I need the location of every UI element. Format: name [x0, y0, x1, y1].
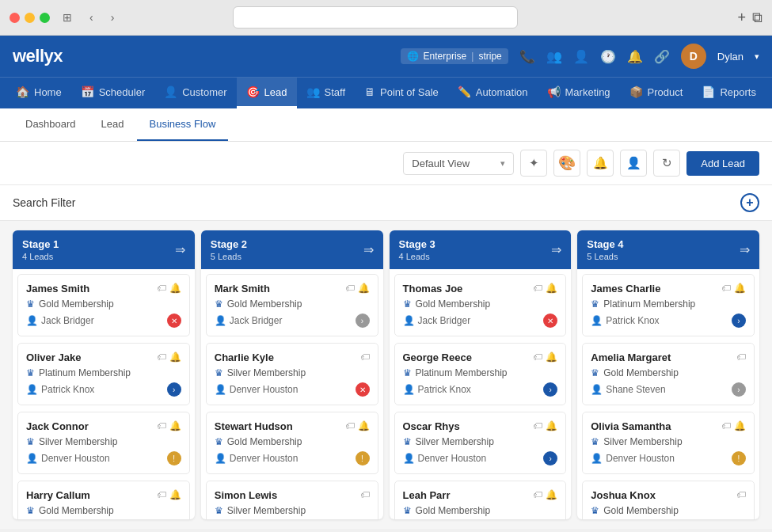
nav-reports[interactable]: 📄 Reports	[692, 78, 766, 108]
phone-icon[interactable]: 📞	[519, 48, 535, 64]
table-row[interactable]: Amelia Margaret🏷♛Gold Membership👤Shane S…	[582, 343, 755, 405]
nav-staff[interactable]: 👥 Staff	[297, 78, 356, 108]
status-dot[interactable]: ›	[543, 382, 557, 397]
table-row[interactable]: Joshua Knox🏷♛Gold Membership	[582, 481, 755, 519]
table-row[interactable]: Oscar Rhys🏷🔔♛Silver Membership👤Denver Ho…	[394, 412, 567, 474]
card-bell-icon[interactable]: 🔔	[546, 283, 557, 294]
sidebar-toggle-button[interactable]: ⊞	[58, 10, 77, 25]
user-filter-button[interactable]: 👤	[620, 150, 647, 177]
tag-icon[interactable]: 🏷	[533, 283, 542, 294]
user-chevron-icon[interactable]: ▾	[755, 51, 759, 62]
status-dot[interactable]: ›	[356, 314, 370, 328]
card-bell-icon[interactable]: 🔔	[169, 420, 181, 431]
status-dot[interactable]: ✕	[356, 382, 370, 397]
tag-icon[interactable]: 🏷	[157, 352, 166, 363]
avatar[interactable]: D	[681, 44, 706, 69]
table-row[interactable]: Harry Callum🏷🔔♛Gold Membership	[17, 481, 190, 519]
nav-pos[interactable]: 🖥 Point of Sale	[355, 78, 448, 108]
copy-button[interactable]: ⧉	[752, 10, 762, 26]
table-row[interactable]: Leah Parr🏷🔔♛Gold Membership	[394, 481, 567, 519]
profile-icon[interactable]: 👤	[573, 48, 589, 64]
nav-marketing-label: Marketing	[565, 86, 610, 98]
nav-home[interactable]: 🏠 Home	[6, 78, 71, 108]
bell-icon[interactable]: 🔔	[627, 48, 643, 64]
close-button[interactable]	[10, 13, 20, 23]
status-dot[interactable]: ›	[543, 451, 557, 466]
col-arrow-icon-1[interactable]: ⇒	[175, 242, 185, 257]
forward-button[interactable]: ›	[106, 10, 120, 25]
status-dot[interactable]: !	[732, 451, 746, 466]
table-row[interactable]: Simon Lewis🏷♛Silver Membership	[206, 481, 378, 519]
team-icon[interactable]: 👥	[546, 48, 562, 64]
tag-icon[interactable]: 🏷	[360, 352, 370, 363]
table-row[interactable]: Olivia Samantha🏷🔔♛Silver Membership👤Denv…	[582, 412, 755, 474]
table-row[interactable]: Jack Connor🏷🔔♛Silver Membership👤Denver H…	[17, 412, 190, 474]
tag-icon[interactable]: 🏷	[736, 352, 746, 363]
status-dot[interactable]: ›	[732, 382, 746, 397]
tag-icon[interactable]: 🏷	[533, 420, 542, 431]
view-select[interactable]: Default View ▾	[403, 152, 514, 175]
address-bar[interactable]	[233, 6, 518, 28]
new-tab-button[interactable]: +	[737, 10, 746, 26]
nav-setup[interactable]: ⚙️ Setup	[766, 78, 772, 108]
star-button[interactable]: ✦	[520, 150, 547, 177]
card-bell-icon[interactable]: 🔔	[734, 283, 746, 294]
status-dot[interactable]: ›	[732, 314, 746, 328]
search-filter-add-button[interactable]: +	[740, 193, 759, 212]
status-dot[interactable]: !	[167, 451, 181, 466]
nav-product[interactable]: 📦 Product	[620, 78, 693, 108]
card-bell-icon[interactable]: 🔔	[169, 352, 181, 363]
tag-icon[interactable]: 🏷	[157, 283, 166, 294]
card-bell-icon[interactable]: 🔔	[358, 283, 370, 294]
share-icon[interactable]: 🔗	[654, 48, 670, 64]
nav-lead[interactable]: 🎯 Lead	[237, 78, 297, 108]
nav-automation[interactable]: ✏️ Automation	[448, 78, 538, 108]
table-row[interactable]: George Reece🏷🔔♛Platinum Membership👤Patri…	[394, 343, 567, 405]
subnav-lead[interactable]: Lead	[89, 108, 137, 141]
card-bell-icon[interactable]: 🔔	[546, 420, 557, 431]
table-row[interactable]: James Smith🏷🔔♛Gold Membership👤Jack Bridg…	[17, 274, 190, 336]
nav-marketing[interactable]: 📢 Marketing	[538, 78, 620, 108]
status-dot[interactable]: !	[356, 451, 370, 466]
table-row[interactable]: Mark Smith🏷🔔♛Gold Membership👤Jack Bridge…	[206, 274, 378, 336]
color-picker-button[interactable]: 🎨	[553, 150, 580, 177]
tag-icon[interactable]: 🏷	[157, 489, 166, 500]
tag-icon[interactable]: 🏷	[157, 420, 166, 431]
status-dot[interactable]: ›	[167, 382, 181, 397]
subnav-dashboard[interactable]: Dashboard	[13, 108, 89, 141]
add-lead-button[interactable]: Add Lead	[686, 151, 759, 176]
card-bell-icon[interactable]: 🔔	[546, 352, 557, 363]
table-row[interactable]: Charlie Kyle🏷♛Silver Membership👤Denver H…	[206, 343, 378, 405]
clock-icon[interactable]: 🕐	[600, 48, 616, 64]
tag-icon[interactable]: 🏷	[736, 489, 746, 500]
tag-icon[interactable]: 🏷	[360, 489, 370, 500]
maximize-button[interactable]	[40, 13, 50, 23]
status-dot[interactable]: ✕	[543, 314, 557, 328]
card-bell-icon[interactable]: 🔔	[169, 283, 181, 294]
minimize-button[interactable]	[25, 13, 35, 23]
table-row[interactable]: James Charlie🏷🔔♛Platinum Membership👤Patr…	[582, 274, 755, 336]
tag-icon[interactable]: 🏷	[533, 489, 542, 500]
table-row[interactable]: Thomas Joe🏷🔔♛Gold Membership👤Jack Bridge…	[394, 274, 567, 336]
table-row[interactable]: Stewart Hudson🏷🔔♛Gold Membership👤Denver …	[206, 412, 378, 474]
col-arrow-icon-3[interactable]: ⇒	[551, 242, 561, 257]
col-arrow-icon-2[interactable]: ⇒	[363, 242, 374, 257]
tag-icon[interactable]: 🏷	[345, 283, 355, 294]
subnav-business-flow[interactable]: Business Flow	[137, 108, 229, 141]
table-row[interactable]: Oliver Jake🏷🔔♛Platinum Membership👤Patric…	[17, 343, 190, 405]
card-bell-icon[interactable]: 🔔	[358, 420, 370, 431]
bell-filter-button[interactable]: 🔔	[587, 150, 614, 177]
refresh-button[interactable]: ↻	[653, 150, 680, 177]
card-bell-icon[interactable]: 🔔	[546, 489, 557, 500]
tag-icon[interactable]: 🏷	[721, 420, 731, 431]
col-arrow-icon-4[interactable]: ⇒	[740, 242, 750, 257]
back-button[interactable]: ‹	[85, 10, 98, 25]
nav-scheduler[interactable]: 📅 Scheduler	[71, 78, 155, 108]
status-dot[interactable]: ✕	[167, 314, 181, 328]
nav-customer[interactable]: 👤 Customer	[154, 78, 236, 108]
tag-icon[interactable]: 🏷	[345, 420, 355, 431]
card-bell-icon[interactable]: 🔔	[734, 420, 746, 431]
tag-icon[interactable]: 🏷	[721, 283, 731, 294]
card-bell-icon[interactable]: 🔔	[169, 489, 181, 500]
tag-icon[interactable]: 🏷	[533, 352, 542, 363]
